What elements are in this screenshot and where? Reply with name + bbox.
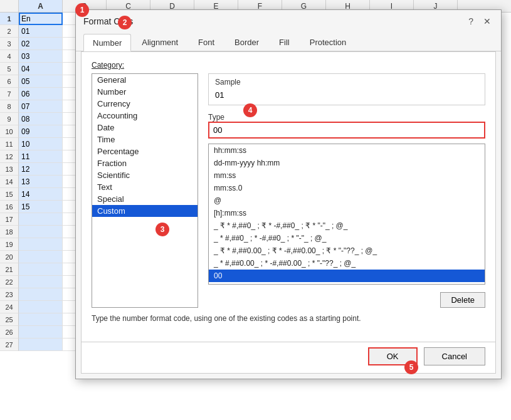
cell-a11[interactable]: 10 bbox=[19, 138, 63, 150]
cell-a13[interactable]: 12 bbox=[19, 163, 63, 176]
category-item-time[interactable]: Time bbox=[92, 134, 198, 145]
row-header-6: 6 bbox=[0, 75, 19, 88]
row-header-19: 19 bbox=[0, 238, 19, 251]
row-header-18: 18 bbox=[0, 226, 19, 238]
cell-a7[interactable]: 06 bbox=[19, 88, 63, 100]
row-headers: 1234567891011121314151617181920212223242… bbox=[0, 13, 19, 351]
cell-a20[interactable] bbox=[19, 251, 63, 263]
row-header-4: 4 bbox=[0, 50, 19, 63]
category-label: Category: bbox=[92, 61, 485, 70]
delete-button[interactable]: Delete bbox=[440, 292, 485, 308]
row-header-1: 1 bbox=[0, 13, 19, 25]
cell-a6[interactable]: 05 bbox=[19, 75, 63, 88]
dialog-titlebar: Format Cells ? ✕ bbox=[76, 10, 501, 31]
row-header-15: 15 bbox=[0, 188, 19, 201]
tab-border[interactable]: Border bbox=[225, 34, 268, 51]
cell-a24[interactable] bbox=[19, 301, 63, 313]
format-item[interactable]: @ bbox=[209, 194, 485, 207]
cell-a5[interactable]: 04 bbox=[19, 63, 63, 75]
cell-a23[interactable] bbox=[19, 288, 63, 301]
cell-a17[interactable] bbox=[19, 213, 63, 226]
format-item[interactable]: mm:ss.0 bbox=[209, 182, 485, 194]
category-list[interactable]: GeneralNumberCurrencyAccountingDateTimeP… bbox=[92, 73, 198, 308]
row-header-13: 13 bbox=[0, 163, 19, 176]
cell-a14[interactable]: 13 bbox=[19, 176, 63, 188]
row-header-11: 11 bbox=[0, 138, 19, 150]
cell-a15[interactable]: 14 bbox=[19, 188, 63, 201]
close-button[interactable]: ✕ bbox=[481, 15, 493, 28]
format-cells-dialog: Format Cells ? ✕ Number Alignment Font B… bbox=[75, 9, 502, 379]
sample-label: Sample bbox=[215, 78, 478, 87]
format-item[interactable]: _ * #,##0.00_ ; * -#,##0.00_ ; * "-"??_ … bbox=[209, 257, 485, 270]
category-item-percentage[interactable]: Percentage bbox=[92, 145, 198, 157]
row-header-20: 20 bbox=[0, 251, 19, 263]
row-header-12: 12 bbox=[0, 150, 19, 163]
step-4-indicator: 4 bbox=[243, 103, 257, 117]
tab-font[interactable]: Font bbox=[189, 34, 224, 51]
category-item-general[interactable]: General bbox=[92, 74, 198, 86]
cell-a21[interactable] bbox=[19, 263, 63, 276]
cell-a27[interactable] bbox=[19, 339, 63, 351]
category-item-text[interactable]: Text bbox=[92, 181, 198, 193]
cell-a12[interactable]: 11 bbox=[19, 150, 63, 163]
row-header-24: 24 bbox=[0, 301, 19, 313]
row-header-2: 2 bbox=[0, 25, 19, 38]
format-item[interactable]: dd-mm-yyyy hh:mm bbox=[209, 157, 485, 169]
cell-a22[interactable] bbox=[19, 276, 63, 288]
row-header-27: 27 bbox=[0, 339, 19, 351]
delete-btn-row: Delete bbox=[208, 292, 485, 308]
cell-a1[interactable]: En bbox=[19, 13, 63, 25]
step-1-indicator: 1 bbox=[75, 3, 89, 17]
dialog-content: GeneralNumberCurrencyAccountingDateTimeP… bbox=[92, 73, 485, 308]
category-item-accounting[interactable]: Accounting bbox=[92, 110, 198, 122]
cell-a25[interactable] bbox=[19, 313, 63, 326]
cell-a19[interactable] bbox=[19, 238, 63, 251]
format-item[interactable]: hh:mm:ss bbox=[209, 144, 485, 157]
tab-number[interactable]: Number bbox=[83, 34, 131, 51]
tab-fill[interactable]: Fill bbox=[270, 34, 299, 51]
col-header-a[interactable]: A bbox=[19, 0, 63, 12]
format-item[interactable]: _ * #,##0_ ; * -#,##0_ ; * "-"_ ; @_ bbox=[209, 232, 485, 244]
cell-a16[interactable]: 15 bbox=[19, 201, 63, 213]
dialog-controls: ? ✕ bbox=[466, 15, 493, 28]
cell-a26[interactable] bbox=[19, 326, 63, 339]
category-item-number[interactable]: Number bbox=[92, 86, 198, 98]
category-item-scientific[interactable]: Scientific bbox=[92, 169, 198, 181]
category-item-special[interactable]: Special bbox=[92, 193, 198, 205]
tab-protection[interactable]: Protection bbox=[300, 34, 356, 51]
cancel-button[interactable]: Cancel bbox=[424, 347, 485, 365]
row-header-23: 23 bbox=[0, 288, 19, 301]
format-item[interactable]: 00 bbox=[209, 270, 485, 282]
row-header-7: 7 bbox=[0, 88, 19, 100]
cell-a10[interactable]: 09 bbox=[19, 125, 63, 138]
help-button[interactable]: ? bbox=[466, 15, 476, 28]
cell-a3[interactable]: 02 bbox=[19, 38, 63, 50]
dialog-footer: OK Cancel bbox=[81, 342, 496, 374]
cell-a8[interactable]: 07 bbox=[19, 100, 63, 113]
row-header-21: 21 bbox=[0, 263, 19, 276]
format-item[interactable]: _ ₹ * #,##0.00_ ; ₹ * -#,##0.00_ ; ₹ * "… bbox=[209, 244, 485, 257]
sample-section: Sample 01 bbox=[208, 73, 485, 105]
cell-a2[interactable]: 01 bbox=[19, 25, 63, 38]
cell-a9[interactable]: 08 bbox=[19, 113, 63, 125]
row-header-10: 10 bbox=[0, 125, 19, 138]
row-header-5: 5 bbox=[0, 63, 19, 75]
category-item-custom[interactable]: Custom bbox=[92, 205, 198, 217]
type-input[interactable] bbox=[208, 122, 485, 139]
format-list[interactable]: hh:mm:ssdd-mm-yyyy hh:mmmm:ssmm:ss.0@[h]… bbox=[208, 144, 485, 285]
step-2-indicator: 2 bbox=[118, 16, 132, 29]
format-item[interactable]: [h]:mm:ss bbox=[209, 207, 485, 219]
tab-alignment[interactable]: Alignment bbox=[132, 34, 187, 51]
step-5-indicator: 5 bbox=[404, 360, 418, 374]
row-header-26: 26 bbox=[0, 326, 19, 339]
category-item-fraction[interactable]: Fraction bbox=[92, 157, 198, 169]
format-item[interactable]: _ ₹ * #,##0_ ; ₹ * -#,##0_ ; ₹ * "-"_ ; … bbox=[209, 219, 485, 232]
cell-a18[interactable] bbox=[19, 226, 63, 238]
cell-a4[interactable]: 03 bbox=[19, 50, 63, 63]
step-3-indicator: 3 bbox=[155, 223, 169, 236]
category-item-currency[interactable]: Currency bbox=[92, 98, 198, 110]
format-item[interactable]: mm:ss bbox=[209, 169, 485, 182]
format-item[interactable]: [$-en-IN]dd mmmm yyyy bbox=[209, 282, 485, 285]
row-header-8: 8 bbox=[0, 100, 19, 113]
category-item-date[interactable]: Date bbox=[92, 122, 198, 134]
